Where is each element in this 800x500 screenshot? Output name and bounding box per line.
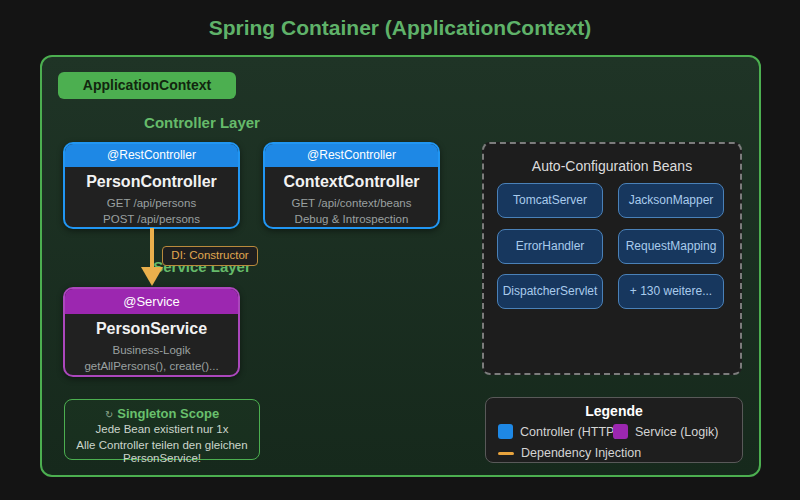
legend-label: Service (Logik)	[635, 425, 718, 439]
singleton-note-line: Jede Bean existiert nur 1x	[73, 423, 251, 437]
singleton-scope-title: Singleton Scope	[117, 406, 219, 421]
controller-endpoint: Debug & Introspection	[265, 211, 438, 227]
bean-chip: ErrorHandler	[497, 229, 603, 264]
di-constructor-badge: DI: Constructor	[162, 246, 258, 266]
service-color-swatch	[613, 424, 628, 439]
di-arrow-head-icon	[141, 267, 163, 286]
legend-panel: Legende Controller (HTTP) Service (Logik…	[485, 397, 743, 463]
rest-controller-annotation: @RestController	[65, 144, 238, 167]
bean-chip: + 130 weitere...	[618, 274, 724, 309]
refresh-icon: ↻	[105, 409, 113, 420]
legend-item-di: Dependency Injection	[498, 446, 641, 460]
service-detail: Business-Logik	[65, 342, 238, 358]
bean-chip: DispatcherServlet	[497, 274, 603, 309]
controller-endpoint: POST /api/persons	[65, 211, 238, 227]
page-title: Spring Container (ApplicationContext)	[0, 16, 800, 40]
bean-chip: RequestMapping	[618, 229, 724, 264]
singleton-scope-note: ↻Singleton Scope Jede Bean existiert nur…	[64, 399, 260, 460]
singleton-scope-heading: ↻Singleton Scope	[65, 406, 259, 421]
controller-color-swatch	[498, 424, 513, 439]
service-name: PersonService	[65, 320, 238, 338]
controller-name: PersonController	[65, 173, 238, 191]
diagram-canvas: Spring Container (ApplicationContext) Ap…	[0, 0, 800, 500]
bean-chip: JacksonMapper	[618, 183, 724, 218]
application-context-badge: ApplicationContext	[58, 72, 236, 99]
singleton-note-line: Alle Controller teilen den gleichen Pers…	[73, 439, 251, 466]
controller-name: ContextController	[265, 173, 438, 191]
rest-controller-annotation: @RestController	[265, 144, 438, 167]
service-detail: getAllPersons(), create()...	[65, 358, 238, 374]
controller-endpoint: GET /api/context/beans	[265, 195, 438, 211]
service-annotation: @Service	[65, 289, 238, 314]
auto-config-title: Auto-Configuration Beans	[484, 158, 740, 174]
legend-item-controller: Controller (HTTP)	[498, 424, 619, 439]
di-line-swatch	[498, 452, 514, 455]
person-controller-node: @RestController PersonController GET /ap…	[63, 142, 240, 229]
context-controller-node: @RestController ContextController GET /a…	[263, 142, 440, 229]
controller-endpoint: GET /api/persons	[65, 195, 238, 211]
bean-chip: TomcatServer	[497, 183, 603, 218]
auto-config-panel: Auto-Configuration Beans TomcatServer Ja…	[482, 142, 742, 375]
legend-item-service: Service (Logik)	[613, 424, 718, 439]
legend-label: Controller (HTTP)	[520, 425, 619, 439]
person-service-node: @Service PersonService Business-Logik ge…	[63, 287, 240, 377]
controller-layer-label: Controller Layer	[102, 114, 302, 131]
di-arrow-line	[150, 228, 154, 270]
spring-container-box: ApplicationContext Controller Layer @Res…	[40, 55, 761, 477]
legend-title: Legende	[486, 403, 742, 419]
legend-label: Dependency Injection	[521, 446, 641, 460]
